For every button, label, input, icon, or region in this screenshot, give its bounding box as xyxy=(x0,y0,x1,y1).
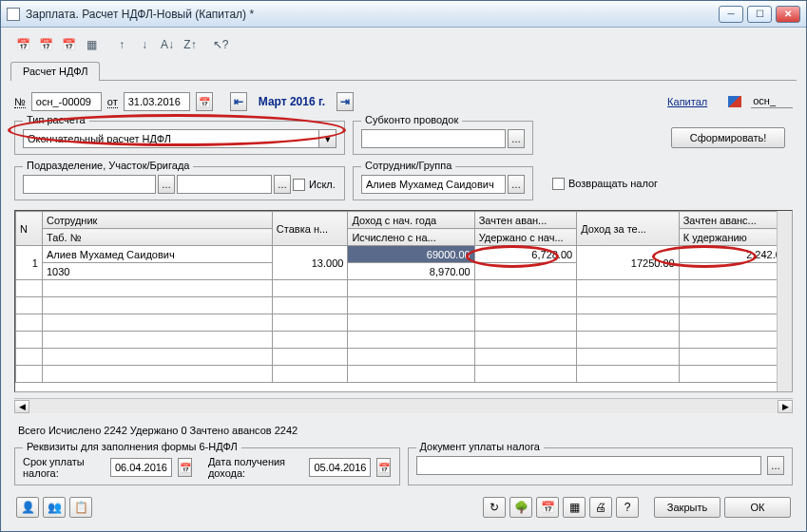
tab-strip: Расчет НДФЛ xyxy=(10,60,797,81)
return-tax-checkbox[interactable]: Возвращать налог xyxy=(552,178,658,190)
fieldset-division: Подразделение, Участок/Бригада … … Искл. xyxy=(14,166,345,200)
income-date-input[interactable]: 05.04.2016 xyxy=(309,458,371,477)
fieldset-payment-doc: Документ уплаты налога … xyxy=(408,447,794,485)
table-row[interactable] xyxy=(16,297,792,314)
row-panels-2: Подразделение, Участок/Бригада … … Искл.… xyxy=(10,166,797,200)
subkonto-legend: Субконто проводок xyxy=(361,114,462,125)
bottom-panels: Реквизиты для заполнения формы 6-НДФЛ Ср… xyxy=(10,447,797,485)
calc-type-dropdown[interactable]: Окончательный расчет НДФЛ ▾ xyxy=(23,129,336,148)
toolbar-grid-icon[interactable]: ▦ xyxy=(81,35,102,54)
cell-income-ytd: 69000.00 xyxy=(348,246,474,263)
footer-toolbar: 👤 👥 📋 ↻ 🌳 📅 ▦ 🖨 ? Закрыть ОК xyxy=(10,489,797,522)
close-button[interactable]: ✕ xyxy=(776,6,800,23)
ok-button[interactable]: ОК xyxy=(724,497,791,518)
table-row[interactable] xyxy=(16,280,792,297)
subkonto-pick-button[interactable]: … xyxy=(508,129,525,148)
period-prev-button[interactable]: ⇤ xyxy=(230,92,247,111)
toolbar-cursor-help-icon[interactable]: ↖? xyxy=(210,35,231,54)
footer-list-icon[interactable]: 📋 xyxy=(69,497,92,518)
col-advance-credited[interactable]: Зачтен аван... xyxy=(474,212,577,229)
close-footer-button[interactable]: Закрыть xyxy=(654,497,721,518)
footer-calendar-icon[interactable]: 📅 xyxy=(536,497,559,518)
brigade-input[interactable] xyxy=(177,175,272,194)
income-date-calendar-button[interactable]: 📅 xyxy=(376,458,391,477)
footer-tree-icon[interactable]: 🌳 xyxy=(509,497,532,518)
fieldset-calc-type: Тип расчета Окончательный расчет НДФЛ ▾ xyxy=(14,121,345,155)
toolbar-calendar2-icon[interactable]: 📅 xyxy=(35,35,56,54)
tab-main[interactable]: Расчет НДФЛ xyxy=(10,62,100,81)
col-n[interactable]: N xyxy=(16,212,43,246)
income-date-label: Дата получения дохода: xyxy=(208,456,304,479)
employee-group-pick-button[interactable]: … xyxy=(508,175,525,194)
payment-doc-pick-button[interactable]: … xyxy=(767,456,784,475)
hscroll-right-icon[interactable]: ▶ xyxy=(778,400,793,413)
calc-type-legend: Тип расчета xyxy=(23,114,89,125)
footer-user2-icon[interactable]: 👥 xyxy=(43,497,66,518)
division-input[interactable] xyxy=(23,175,156,194)
minimize-button[interactable]: ─ xyxy=(719,6,743,23)
fieldset-subkonto: Субконто проводок … xyxy=(353,121,533,155)
employee-group-input[interactable]: Алиев Мухамед Саидович xyxy=(361,175,506,194)
toolbar-sort-desc-icon[interactable]: Z↑ xyxy=(180,35,201,54)
subkonto-input[interactable] xyxy=(361,129,506,148)
document-icon xyxy=(7,8,20,21)
from-label[interactable]: от xyxy=(107,96,118,108)
period-text: Март 2016 г. xyxy=(259,95,325,108)
footer-print-icon[interactable]: 🖨 xyxy=(589,497,612,518)
col-tab-no[interactable]: Таб. № xyxy=(42,229,272,246)
col-income-period[interactable]: Доход за те... xyxy=(577,212,680,246)
app-window: Зарплата. Расчет НДФЛ-Новый (Капитал) * … xyxy=(0,0,807,532)
org-link[interactable]: Капитал xyxy=(667,96,707,107)
col-income-ytd[interactable]: Доход с нач. года xyxy=(348,212,474,229)
cell-advance-credited: 6,728.00 xyxy=(474,246,577,263)
col-withheld-from[interactable]: Удержано с нач... xyxy=(474,229,577,246)
toolbar: 📅 📅 📅 ▦ ↑ ↓ A↓ Z↑ ↖? xyxy=(10,33,797,56)
osn-label: осн_ xyxy=(751,95,793,108)
row-panels-1: Тип расчета Окончательный расчет НДФЛ ▾ … xyxy=(10,121,797,155)
col-advance2[interactable]: Зачтен аванс... xyxy=(679,212,791,229)
table-row[interactable] xyxy=(16,366,792,383)
vertical-scrollbar[interactable] xyxy=(777,211,792,391)
toolbar-sort-asc-icon[interactable]: A↓ xyxy=(157,35,178,54)
footer-grid-icon[interactable]: ▦ xyxy=(563,497,586,518)
col-rate[interactable]: Ставка н... xyxy=(272,212,348,246)
osn-icon xyxy=(728,96,741,107)
table-row[interactable]: 1 Алиев Мухамед Саидович 13.000 69000.00… xyxy=(16,246,792,263)
calendar-picker-button[interactable]: 📅 xyxy=(196,92,213,111)
period-next-button[interactable]: ⇥ xyxy=(336,92,354,111)
table-row[interactable] xyxy=(16,332,792,349)
chevron-down-icon[interactable]: ▾ xyxy=(319,129,336,148)
toolbar-calendar-icon[interactable]: 📅 xyxy=(12,35,33,54)
excl-checkbox[interactable]: Искл. xyxy=(293,179,336,191)
division-pick-button[interactable]: … xyxy=(158,175,175,194)
data-grid[interactable]: N Сотрудник Ставка н... Доход с нач. год… xyxy=(14,210,793,392)
pay-due-input[interactable]: 06.04.2016 xyxy=(110,458,172,477)
maximize-button[interactable]: ☐ xyxy=(747,6,772,23)
employee-group-legend: Сотрудник/Группа xyxy=(361,160,455,171)
form-header-row: № осн_-00009 от 31.03.2016 📅 ⇤ Март 2016… xyxy=(10,85,797,117)
col-employee[interactable]: Сотрудник xyxy=(42,212,272,229)
toolbar-calendar-x-icon[interactable]: 📅 xyxy=(58,35,79,54)
brigade-pick-button[interactable]: … xyxy=(274,175,291,194)
footer-refresh-icon[interactable]: ↻ xyxy=(483,497,506,518)
doc-number-input[interactable]: осн_-00009 xyxy=(31,92,102,111)
table-row[interactable] xyxy=(16,349,792,366)
footer-help-icon[interactable]: ? xyxy=(616,497,639,518)
footer-user1-icon[interactable]: 👤 xyxy=(16,497,39,518)
division-legend: Подразделение, Участок/Бригада xyxy=(23,160,193,171)
col-calc-from[interactable]: Исчислено с на... xyxy=(348,229,474,246)
payment-doc-input[interactable] xyxy=(416,456,762,475)
number-label[interactable]: № xyxy=(14,96,26,108)
cell-advance2: 2,242.00 xyxy=(679,246,791,263)
payment-doc-legend: Документ уплаты налога xyxy=(416,441,544,452)
doc-date-input[interactable]: 31.03.2016 xyxy=(124,92,190,111)
form-button[interactable]: Сформировать! xyxy=(671,127,785,148)
hscroll-left-icon[interactable]: ◀ xyxy=(14,400,29,413)
pay-due-calendar-button[interactable]: 📅 xyxy=(178,458,192,477)
table-row[interactable] xyxy=(16,314,792,332)
horizontal-scrollbar[interactable]: ◀ ▶ xyxy=(14,398,793,413)
window-title: Зарплата. Расчет НДФЛ-Новый (Капитал) * xyxy=(26,8,719,21)
toolbar-down-icon[interactable]: ↓ xyxy=(134,35,155,54)
toolbar-up-icon[interactable]: ↑ xyxy=(111,35,132,54)
col-to-withhold[interactable]: К удержанию xyxy=(679,229,791,246)
